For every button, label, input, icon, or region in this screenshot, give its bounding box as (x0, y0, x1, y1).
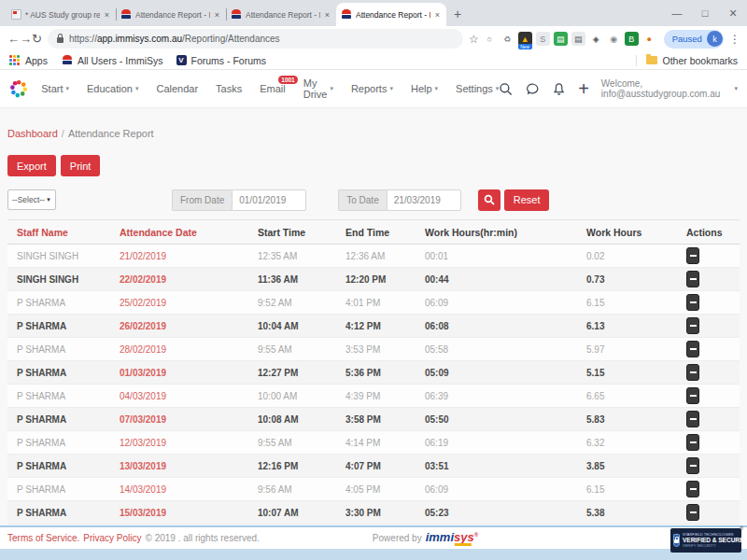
row-actions-button[interactable] (686, 271, 699, 287)
extension-doc-grey-icon[interactable]: ▤ (571, 32, 585, 46)
maximize-icon[interactable]: □ (691, 7, 719, 19)
table-row: P SHARMA14/03/20199:56 AM4:05 PM06:096.1… (7, 478, 740, 501)
end-time: 5:36 PM (345, 368, 425, 378)
extension-flame-icon[interactable]: ● (642, 32, 656, 46)
minimize-icon[interactable]: — (663, 7, 691, 19)
to-date-input[interactable] (387, 189, 461, 211)
row-actions-button[interactable] (686, 341, 699, 357)
nav-item-my-drive[interactable]: My Drive▾ (303, 77, 333, 100)
print-button[interactable]: Print (61, 155, 101, 176)
row-actions-button[interactable] (686, 504, 699, 521)
extension-s-icon[interactable]: S (536, 32, 550, 46)
extension-recycle-icon[interactable]: ♻ (500, 32, 514, 46)
row-actions-button[interactable] (686, 434, 699, 451)
extension-doc-green-icon[interactable]: ▤ (554, 32, 568, 46)
user-menu[interactable]: Welcome, info@ausstudygroup.com.au ▾ (601, 78, 738, 99)
immisys-logo-icon[interactable] (9, 75, 28, 103)
attendance-date: 28/02/2019 (120, 344, 258, 355)
from-date-input[interactable] (232, 189, 306, 211)
close-icon[interactable]: × (719, 6, 747, 21)
extension-b-icon[interactable]: B (625, 32, 639, 46)
browser-tab[interactable]: Attendance Report - ImmiSys× (226, 3, 336, 26)
browser-tab[interactable]: * AUS Study group reporting tha× (6, 3, 116, 26)
export-button[interactable]: Export (7, 155, 56, 176)
row-actions-button[interactable] (686, 481, 699, 497)
attendance-date: 26/02/2019 (120, 321, 258, 331)
add-icon[interactable]: + (578, 80, 589, 97)
row-actions-button[interactable] (686, 364, 699, 381)
reset-button[interactable]: Reset (504, 189, 550, 211)
work-hours-min: 06:39 (425, 391, 586, 401)
staff-select-dropdown[interactable]: --Select-- ▼ (7, 189, 56, 210)
row-actions-button[interactable] (686, 294, 699, 311)
nav-item-start[interactable]: Start▾ (41, 83, 69, 94)
search-icon[interactable] (499, 80, 513, 98)
extension-camera-icon[interactable]: ◉ (607, 32, 621, 46)
privacy-link[interactable]: Privacy Policy (83, 533, 141, 543)
minus-icon (690, 255, 697, 257)
tab-close-icon[interactable]: × (214, 10, 220, 20)
row-actions-button[interactable] (686, 387, 699, 404)
extension-gear-icon[interactable]: ◈ (589, 32, 603, 46)
url-input[interactable]: https://app.immisys.com.au/Reporting/Att… (48, 29, 463, 49)
minus-icon (690, 278, 697, 280)
work-hours: 5.15 (586, 368, 686, 378)
end-time: 4:12 PM (345, 321, 425, 331)
apps-grid-icon[interactable] (9, 55, 20, 65)
nav-item-settings[interactable]: Settings▾ (456, 83, 499, 94)
bell-icon[interactable] (552, 80, 566, 98)
verified-secured-seal[interactable]: STARFIELD TECHNOLOGIES VERIFIED & SECURE… (670, 528, 741, 553)
tab-close-icon[interactable]: × (324, 10, 331, 20)
forward-icon[interactable]: → (20, 32, 32, 46)
chevron-down-icon: ▾ (330, 85, 333, 92)
table-row: P SHARMA04/03/201910:00 AM4:39 PM06:396.… (7, 385, 740, 408)
profile-chip[interactable]: Paused k (664, 30, 724, 49)
from-date-group: From Date (172, 189, 306, 211)
folder-icon (646, 56, 657, 64)
breadcrumb-dashboard-link[interactable]: Dashboard (7, 128, 58, 139)
extension-new-icon[interactable]: ▲New (518, 32, 532, 46)
wordmark-underline (455, 543, 472, 546)
bookmark-star-icon[interactable]: ☆ (469, 33, 479, 46)
chevron-down-icon: ▾ (435, 85, 439, 92)
bookmark-apps-label[interactable]: Apps (25, 55, 48, 66)
nav-item-help[interactable]: Help▾ (411, 83, 438, 94)
other-bookmarks[interactable]: Other bookmarks (636, 55, 738, 66)
browser-menu-icon[interactable]: ⋮ (729, 33, 740, 46)
work-hours: 6.15 (586, 298, 686, 308)
page-favicon-icon (11, 9, 21, 20)
work-hours-min: 06:09 (425, 298, 586, 308)
actions-cell (686, 294, 740, 311)
bookmark-items: All Users - ImmiSysVForums - Forums (63, 55, 266, 66)
browser-tab-active[interactable]: Attendance Report - ImmiSys× (336, 3, 446, 26)
url-path: /Reporting/Attendances (182, 34, 280, 44)
nav-item-calendar[interactable]: Calendar (156, 83, 198, 94)
browser-tab[interactable]: Attendance Report - ImmiSys× (116, 3, 226, 26)
bookmark-item[interactable]: VForums - Forums (176, 55, 267, 66)
actions-cell (686, 341, 740, 357)
row-actions-button[interactable] (686, 247, 699, 264)
tab-close-icon[interactable]: × (434, 10, 441, 20)
tab-close-icon[interactable]: × (104, 10, 110, 20)
minus-icon (690, 301, 697, 303)
new-tab-button[interactable]: + (446, 3, 469, 25)
terms-link[interactable]: Terms of Service. (7, 533, 79, 543)
work-hours-min: 06:19 (425, 438, 586, 448)
row-actions-button[interactable] (686, 457, 699, 474)
nav-item-education[interactable]: Education▾ (87, 83, 138, 94)
extension-circle-icon[interactable]: ○ (483, 32, 497, 46)
profile-avatar[interactable]: k (707, 31, 723, 47)
nav-item-reports[interactable]: Reports▾ (351, 83, 393, 94)
nav-item-tasks[interactable]: Tasks (216, 83, 242, 94)
reload-icon[interactable]: ↻ (32, 32, 42, 46)
col-start-time: Start Time (258, 227, 345, 238)
back-icon[interactable]: ← (7, 32, 20, 46)
actions-cell (686, 247, 740, 264)
nav-item-email[interactable]: Email1001 (260, 83, 286, 94)
row-actions-button[interactable] (686, 317, 699, 334)
table-row: SINGH SINGH22/02/201911:36 AM12:20 PM00:… (7, 268, 740, 291)
search-button[interactable] (478, 189, 500, 211)
chat-icon[interactable] (526, 80, 540, 98)
bookmark-item[interactable]: All Users - ImmiSys (63, 55, 163, 66)
row-actions-button[interactable] (686, 411, 699, 427)
